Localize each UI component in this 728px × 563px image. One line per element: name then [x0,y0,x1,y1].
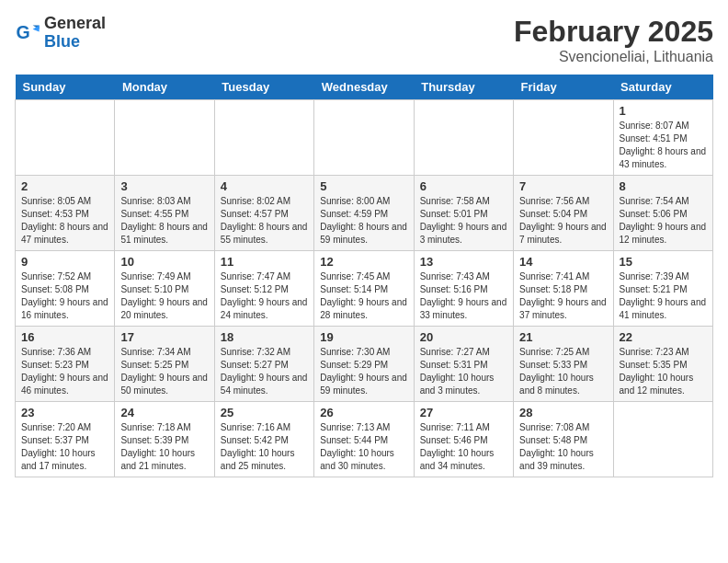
day-of-week-header: Sunday [16,75,115,100]
day-number: 6 [420,179,507,193]
calendar-cell: 10Sunrise: 7:49 AM Sunset: 5:10 PM Dayli… [115,251,214,327]
logo-blue: Blue [44,33,106,52]
day-number: 24 [120,406,208,419]
day-number: 7 [519,179,607,193]
day-number: 27 [420,406,507,419]
day-number: 26 [320,406,407,419]
day-info: Sunrise: 7:52 AM Sunset: 5:08 PM Dayligh… [21,270,108,322]
calendar-cell: 18Sunrise: 7:32 AM Sunset: 5:27 PM Dayli… [214,327,313,402]
day-info: Sunrise: 7:54 AM Sunset: 5:06 PM Dayligh… [620,195,707,247]
day-of-week-header: Thursday [414,75,513,100]
day-of-week-header: Friday [514,75,613,100]
day-info: Sunrise: 7:25 AM Sunset: 5:33 PM Dayligh… [519,346,607,397]
calendar-week-row: 9Sunrise: 7:52 AM Sunset: 5:08 PM Daylig… [16,251,713,327]
day-info: Sunrise: 7:36 AM Sunset: 5:23 PM Dayligh… [21,346,108,397]
calendar-cell: 8Sunrise: 7:54 AM Sunset: 5:06 PM Daylig… [613,176,712,251]
calendar-cell: 9Sunrise: 7:52 AM Sunset: 5:08 PM Daylig… [16,251,115,327]
day-of-week-header: Wednesday [314,75,414,100]
calendar-cell: 23Sunrise: 7:20 AM Sunset: 5:37 PM Dayli… [16,402,115,477]
day-info: Sunrise: 7:32 AM Sunset: 5:27 PM Dayligh… [221,346,308,397]
calendar-cell: 4Sunrise: 8:02 AM Sunset: 4:57 PM Daylig… [214,176,313,251]
svg-text:G: G [16,21,29,41]
logo-text: General Blue [44,15,106,52]
calendar-cell [514,100,613,176]
calendar-cell: 14Sunrise: 7:41 AM Sunset: 5:18 PM Dayli… [514,251,613,327]
calendar-cell [414,100,513,176]
day-number: 11 [221,255,308,269]
location-subtitle: Svencioneliai, Lithuania [514,49,713,65]
calendar-cell: 15Sunrise: 7:39 AM Sunset: 5:21 PM Dayli… [613,251,712,327]
calendar-cell: 3Sunrise: 8:03 AM Sunset: 4:55 PM Daylig… [115,176,214,251]
calendar-cell: 13Sunrise: 7:43 AM Sunset: 5:16 PM Dayli… [414,251,513,327]
day-number: 21 [519,330,607,344]
day-number: 22 [620,330,707,344]
day-info: Sunrise: 8:00 AM Sunset: 4:59 PM Dayligh… [320,195,407,247]
calendar-cell: 24Sunrise: 7:18 AM Sunset: 5:39 PM Dayli… [115,402,214,477]
day-number: 16 [21,330,108,344]
day-info: Sunrise: 8:07 AM Sunset: 4:51 PM Dayligh… [620,120,707,171]
calendar-cell: 25Sunrise: 7:16 AM Sunset: 5:42 PM Dayli… [214,402,313,477]
day-number: 1 [620,104,707,118]
calendar-cell: 17Sunrise: 7:34 AM Sunset: 5:25 PM Dayli… [115,327,214,402]
calendar-cell [16,100,115,176]
calendar-cell: 27Sunrise: 7:11 AM Sunset: 5:46 PM Dayli… [414,402,513,477]
day-info: Sunrise: 8:03 AM Sunset: 4:55 PM Dayligh… [120,195,208,247]
calendar-cell: 19Sunrise: 7:30 AM Sunset: 5:29 PM Dayli… [314,327,414,402]
calendar-week-row: 16Sunrise: 7:36 AM Sunset: 5:23 PM Dayli… [16,327,713,402]
month-title: February 2025 [514,15,713,49]
day-info: Sunrise: 7:47 AM Sunset: 5:12 PM Dayligh… [221,270,308,322]
day-info: Sunrise: 8:02 AM Sunset: 4:57 PM Dayligh… [221,195,308,247]
day-info: Sunrise: 7:27 AM Sunset: 5:31 PM Dayligh… [420,346,507,397]
day-info: Sunrise: 7:18 AM Sunset: 5:39 PM Dayligh… [120,421,208,473]
day-info: Sunrise: 7:11 AM Sunset: 5:46 PM Dayligh… [420,421,507,473]
calendar-cell: 20Sunrise: 7:27 AM Sunset: 5:31 PM Dayli… [414,327,513,402]
day-info: Sunrise: 7:16 AM Sunset: 5:42 PM Dayligh… [221,421,308,473]
logo-icon: G [15,20,40,46]
day-number: 18 [221,330,308,344]
calendar-cell: 5Sunrise: 8:00 AM Sunset: 4:59 PM Daylig… [314,176,414,251]
day-of-week-header: Saturday [613,75,712,100]
calendar-week-row: 1Sunrise: 8:07 AM Sunset: 4:51 PM Daylig… [16,100,713,176]
day-info: Sunrise: 7:39 AM Sunset: 5:21 PM Dayligh… [620,270,707,322]
calendar-cell: 21Sunrise: 7:25 AM Sunset: 5:33 PM Dayli… [514,327,613,402]
day-number: 3 [120,179,208,193]
day-info: Sunrise: 7:43 AM Sunset: 5:16 PM Dayligh… [420,270,507,322]
day-number: 15 [620,255,707,269]
calendar-cell: 2Sunrise: 8:05 AM Sunset: 4:53 PM Daylig… [16,176,115,251]
day-number: 12 [320,255,407,269]
day-number: 8 [620,179,707,193]
calendar-header-row: SundayMondayTuesdayWednesdayThursdayFrid… [16,75,713,100]
calendar-cell: 16Sunrise: 7:36 AM Sunset: 5:23 PM Dayli… [16,327,115,402]
day-info: Sunrise: 7:45 AM Sunset: 5:14 PM Dayligh… [320,270,407,322]
calendar-cell: 6Sunrise: 7:58 AM Sunset: 5:01 PM Daylig… [414,176,513,251]
page-header: G General Blue February 2025 Svencioneli… [15,15,713,65]
day-number: 13 [420,255,507,269]
day-number: 19 [320,330,407,344]
day-info: Sunrise: 7:23 AM Sunset: 5:35 PM Dayligh… [620,346,707,397]
day-info: Sunrise: 7:08 AM Sunset: 5:48 PM Dayligh… [519,421,607,473]
calendar-cell [314,100,414,176]
calendar-cell: 1Sunrise: 8:07 AM Sunset: 4:51 PM Daylig… [613,100,712,176]
day-info: Sunrise: 7:13 AM Sunset: 5:44 PM Dayligh… [320,421,407,473]
day-number: 4 [221,179,308,193]
calendar-cell [115,100,214,176]
day-number: 25 [221,406,308,419]
day-number: 9 [21,255,108,269]
day-of-week-header: Tuesday [214,75,313,100]
calendar-cell: 26Sunrise: 7:13 AM Sunset: 5:44 PM Dayli… [314,402,414,477]
calendar-week-row: 23Sunrise: 7:20 AM Sunset: 5:37 PM Dayli… [16,402,713,477]
day-number: 20 [420,330,507,344]
day-number: 23 [21,406,108,419]
day-info: Sunrise: 7:56 AM Sunset: 5:04 PM Dayligh… [519,195,607,247]
logo: G General Blue [15,15,106,52]
calendar-cell: 22Sunrise: 7:23 AM Sunset: 5:35 PM Dayli… [613,327,712,402]
day-info: Sunrise: 7:41 AM Sunset: 5:18 PM Dayligh… [519,270,607,322]
calendar-cell: 12Sunrise: 7:45 AM Sunset: 5:14 PM Dayli… [314,251,414,327]
day-number: 14 [519,255,607,269]
day-info: Sunrise: 7:49 AM Sunset: 5:10 PM Dayligh… [120,270,208,322]
day-number: 28 [519,406,607,419]
calendar-cell [613,402,712,477]
day-number: 10 [120,255,208,269]
day-number: 17 [120,330,208,344]
calendar-cell: 28Sunrise: 7:08 AM Sunset: 5:48 PM Dayli… [514,402,613,477]
